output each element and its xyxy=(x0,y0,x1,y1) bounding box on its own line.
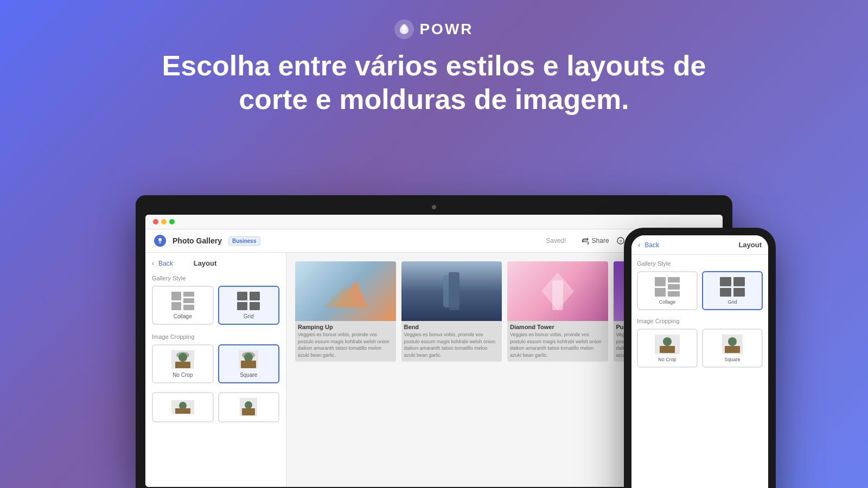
svg-point-23 xyxy=(176,352,189,358)
crop-grid: No Crop S xyxy=(152,344,279,383)
phone-grid-label: Grid xyxy=(727,299,737,305)
gallery-item-title-1: Ramping Up xyxy=(295,321,396,331)
svg-rect-5 xyxy=(159,241,161,243)
phone-collage-option[interactable]: Collage xyxy=(637,271,698,310)
svg-rect-17 xyxy=(250,292,260,300)
traffic-light-green xyxy=(169,219,175,224)
portrait-crop-icon xyxy=(237,397,260,417)
svg-point-4 xyxy=(158,238,162,241)
svg-rect-13 xyxy=(183,298,194,303)
gallery-img-3 xyxy=(507,261,608,321)
sidebar: ‹ Back Layout Gallery Style xyxy=(145,253,286,487)
svg-rect-39 xyxy=(552,280,563,310)
svg-rect-45 xyxy=(655,288,666,297)
phone-square-label: Square xyxy=(724,357,740,362)
phone-gallery-style-label: Gallery Style xyxy=(637,260,763,267)
header: POWR Escolha entre vários estilos e layo… xyxy=(0,0,868,127)
gallery-img-1 xyxy=(295,261,396,321)
headline: Escolha entre vários estilos e layouts d… xyxy=(136,49,732,117)
share-icon xyxy=(582,237,589,245)
ramping-up-graphic xyxy=(324,269,367,313)
svg-rect-12 xyxy=(183,292,194,297)
svg-text:?: ? xyxy=(619,239,622,244)
svg-point-27 xyxy=(242,352,255,358)
svg-rect-14 xyxy=(171,302,181,310)
phone-collage-label: Collage xyxy=(659,299,676,305)
svg-rect-22 xyxy=(175,362,190,368)
traffic-light-yellow xyxy=(161,219,167,224)
svg-point-1 xyxy=(402,25,406,30)
svg-rect-26 xyxy=(241,361,256,368)
phone-style-grid: Collage Grid xyxy=(637,271,763,310)
phone-screen: ‹ Back Layout Gallery Style xyxy=(631,235,768,488)
svg-rect-2 xyxy=(403,30,405,33)
phone-no-crop-label: No Crop xyxy=(658,357,676,362)
grid-style-option[interactable]: Grid xyxy=(218,286,280,325)
svg-rect-42 xyxy=(655,277,666,286)
back-link[interactable]: Back xyxy=(158,260,173,267)
svg-rect-11 xyxy=(171,292,181,300)
svg-rect-15 xyxy=(183,305,194,310)
svg-rect-50 xyxy=(733,288,745,297)
svg-rect-46 xyxy=(668,291,680,297)
share-label: Share xyxy=(592,237,609,245)
phone-body: Gallery Style Collage xyxy=(631,255,768,373)
share-button[interactable]: Share xyxy=(582,237,609,245)
sidebar-nav: ‹ Back Layout xyxy=(152,259,279,267)
phone-back-link[interactable]: Back xyxy=(644,241,659,249)
svg-rect-37 xyxy=(449,272,459,310)
gallery-item-title-2: Bend xyxy=(401,321,502,331)
crop-option-3[interactable] xyxy=(152,392,214,422)
phone-crop-row: No Crop Square xyxy=(637,329,763,368)
phone-grid-option[interactable]: Grid xyxy=(702,271,763,310)
svg-rect-43 xyxy=(668,277,680,282)
gallery-item-title-3: Diamond Tower xyxy=(507,321,608,331)
phone: ‹ Back Layout Gallery Style xyxy=(624,228,776,488)
no-crop-option[interactable]: No Crop xyxy=(152,344,214,383)
support-icon: ? xyxy=(617,237,624,245)
phone-back-chevron: ‹ xyxy=(638,241,640,249)
app-title: Photo Gallery xyxy=(173,236,222,245)
devices-area: Photo Gallery Business Saved! Share xyxy=(108,195,760,488)
square-crop-icon xyxy=(237,350,260,369)
gallery-item-bend: Bend Veggies es bonus vobis, proinde vos… xyxy=(401,261,502,362)
square-crop-option[interactable]: Square xyxy=(218,344,280,383)
gallery-item-desc-3: Veggies es bonus vobis, proinde vos post… xyxy=(507,331,608,362)
svg-rect-30 xyxy=(175,408,190,414)
phone-square-crop-option[interactable]: Square xyxy=(702,329,763,368)
phone-image-cropping-label: Image Cropping xyxy=(637,318,763,324)
gallery-style-grid: Collage G xyxy=(152,286,279,325)
logo-row: POWR xyxy=(0,20,868,39)
phone-grid-icon xyxy=(719,277,745,297)
landscape-crop-icon xyxy=(171,397,195,417)
gallery-item-desc-2: Veggies es bonus vobis, proinde vos post… xyxy=(401,331,502,362)
phone-collage-icon xyxy=(654,277,680,297)
phone-app-header: ‹ Back Layout xyxy=(631,235,768,255)
svg-point-55 xyxy=(728,337,737,346)
svg-rect-47 xyxy=(720,277,731,286)
saved-text: Saved! xyxy=(546,237,566,245)
svg-rect-49 xyxy=(720,288,731,297)
svg-point-32 xyxy=(245,401,252,409)
svg-rect-48 xyxy=(733,277,745,286)
logo-text: POWR xyxy=(419,21,473,38)
gallery-item-diamond: Diamond Tower Veggies es bonus vobis, pr… xyxy=(507,261,608,362)
gallery-item-ramping-up: Ramping Up Veggies es bonus vobis, proin… xyxy=(295,261,396,362)
grid-label: Grid xyxy=(244,313,254,319)
svg-rect-19 xyxy=(250,302,260,310)
image-cropping-label: Image Cropping xyxy=(152,333,279,340)
collage-icon xyxy=(171,291,195,311)
grid-icon xyxy=(237,291,260,311)
gallery-style-label: Gallery Style xyxy=(152,275,279,281)
bend-graphic xyxy=(430,269,473,313)
powr-logo-icon xyxy=(394,20,414,39)
svg-point-52 xyxy=(663,337,672,346)
svg-rect-44 xyxy=(668,284,680,290)
collage-style-option[interactable]: Collage xyxy=(152,286,214,325)
gallery-img-2 xyxy=(401,261,502,321)
crop-option-4[interactable] xyxy=(218,392,280,422)
phone-no-crop-option[interactable]: No Crop xyxy=(637,329,698,368)
business-badge: Business xyxy=(228,236,260,246)
svg-rect-33 xyxy=(242,408,255,415)
app-logo-icon xyxy=(154,235,166,247)
